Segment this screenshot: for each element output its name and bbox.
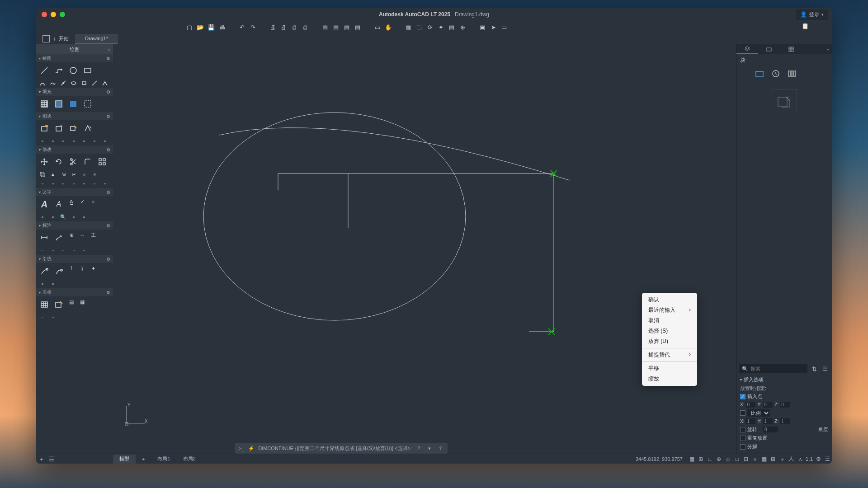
open-icon[interactable]: 📂 bbox=[196, 23, 204, 31]
txt-r3[interactable]: 🔍 bbox=[58, 213, 68, 221]
share-icon[interactable]: ⇪ bbox=[437, 446, 444, 451]
circle-tool[interactable] bbox=[66, 64, 80, 77]
layer-new-icon[interactable]: ▤ bbox=[321, 23, 329, 31]
block-sub5[interactable]: ▫ bbox=[79, 137, 89, 145]
status-annoauto-icon[interactable]: ⋏ bbox=[796, 456, 805, 462]
tab-add[interactable]: + bbox=[136, 455, 151, 464]
offset-tool[interactable]: ⟐ bbox=[79, 170, 89, 178]
dim-sub1[interactable]: ⊕ bbox=[66, 231, 76, 239]
status-grid-icon[interactable]: ▦ bbox=[687, 456, 696, 462]
rectangle-tool[interactable] bbox=[81, 64, 94, 77]
status-annoscale-icon[interactable]: 人 bbox=[787, 455, 796, 463]
mod-sub4[interactable]: ▫ bbox=[69, 179, 79, 188]
tb-sub1[interactable]: ▤ bbox=[66, 298, 76, 306]
new-icon[interactable]: ▢ bbox=[185, 23, 193, 31]
move-tool[interactable] bbox=[38, 155, 51, 169]
layer-edit-icon[interactable]: ▤ bbox=[354, 23, 362, 31]
checkbox-repeat[interactable] bbox=[740, 436, 745, 441]
distance-icon[interactable]: ▭ bbox=[373, 23, 382, 31]
tb-sub2[interactable]: ▦ bbox=[77, 298, 87, 306]
mod-sub2[interactable]: ▫ bbox=[48, 179, 58, 188]
status-anno-icon[interactable]: ⟐ bbox=[778, 456, 787, 462]
status-iso-icon[interactable]: ◇ bbox=[723, 456, 732, 462]
tb-r1[interactable]: ▫ bbox=[38, 313, 47, 321]
dim-r3[interactable]: ▫ bbox=[58, 246, 68, 254]
table-edit-tool[interactable] bbox=[52, 298, 66, 311]
boundary-tool[interactable] bbox=[66, 97, 80, 111]
section-draw-header[interactable]: 绘图⚙ bbox=[36, 54, 113, 62]
dim-r5[interactable]: ▫ bbox=[79, 246, 89, 254]
refresh-icon[interactable]: ⟳ bbox=[426, 23, 434, 31]
expand-icon[interactable]: » bbox=[824, 44, 832, 54]
gear-icon[interactable]: ⚙ bbox=[106, 223, 110, 228]
block-recent-icon[interactable] bbox=[771, 69, 781, 78]
block-sub7[interactable]: ▫ bbox=[100, 137, 110, 145]
checkbox-insertpt[interactable]: ✓ bbox=[740, 394, 745, 399]
window-icon[interactable]: ▭ bbox=[500, 23, 508, 31]
txt-r4[interactable]: ▫ bbox=[69, 213, 79, 221]
block-sub3[interactable]: ▫ bbox=[58, 137, 68, 145]
start-tab[interactable]: + 开始 bbox=[36, 35, 75, 42]
area-icon[interactable]: ⬚ bbox=[415, 23, 423, 31]
tab-layout1[interactable]: 布局1 bbox=[151, 455, 176, 464]
palette-title[interactable]: 绘图 bbox=[36, 44, 113, 54]
ctx-confirm[interactable]: 确认 bbox=[642, 295, 697, 305]
plot-icon[interactable]: 🖨 bbox=[269, 23, 277, 31]
minimize-icon[interactable] bbox=[51, 12, 56, 17]
list-tool-icon[interactable]: ☰ bbox=[49, 455, 55, 463]
z0[interactable]: 0 bbox=[780, 402, 790, 408]
hatch-tool[interactable] bbox=[38, 97, 51, 111]
gear-icon[interactable]: ⚙ bbox=[106, 114, 110, 119]
save-icon[interactable]: 💾 bbox=[207, 23, 215, 31]
rtab-grid[interactable] bbox=[780, 44, 802, 54]
x1[interactable]: 1 bbox=[745, 418, 755, 424]
xline-tool[interactable] bbox=[58, 79, 68, 87]
block-create-tool[interactable] bbox=[52, 122, 66, 135]
mod-sub6[interactable]: ▫ bbox=[90, 179, 99, 188]
mod-sub1[interactable]: ▫ bbox=[38, 179, 47, 188]
mod-sub7[interactable]: ▫ bbox=[100, 179, 110, 188]
block-library-icon[interactable] bbox=[787, 69, 797, 78]
globe-icon[interactable]: ⊕ bbox=[458, 23, 467, 31]
gear-icon[interactable]: ⚙ bbox=[106, 290, 110, 295]
section-block-header[interactable]: 图块⚙ bbox=[36, 112, 113, 120]
scale-select[interactable]: 比例 bbox=[747, 409, 770, 417]
close-icon[interactable] bbox=[42, 12, 47, 17]
block-insert-tool[interactable] bbox=[38, 122, 51, 135]
block-edit-tool[interactable] bbox=[66, 122, 80, 135]
login-button[interactable]: 👤 登录 bbox=[796, 9, 828, 20]
tab-model[interactable]: 模型 bbox=[113, 455, 136, 464]
stretch-tool[interactable]: ⇲ bbox=[58, 170, 68, 178]
block-sub4[interactable]: ▫ bbox=[69, 137, 79, 145]
ctx-snap-override[interactable]: 捕捉替代 bbox=[642, 350, 697, 360]
ld-sub3[interactable]: ✦ bbox=[88, 264, 98, 272]
undo-icon[interactable]: ↶ bbox=[238, 23, 246, 31]
section-leader-header[interactable]: 引线⚙ bbox=[36, 255, 113, 263]
dim-r4[interactable]: ▫ bbox=[69, 246, 79, 254]
text-sub3[interactable]: ⟐ bbox=[88, 197, 98, 206]
rotate-value[interactable]: 0 bbox=[763, 427, 778, 432]
tb-r2[interactable]: ▫ bbox=[48, 313, 58, 321]
txt-r5[interactable]: ▫ bbox=[79, 213, 89, 221]
line-tool[interactable] bbox=[38, 64, 51, 77]
dim-aligned-tool[interactable] bbox=[52, 231, 66, 244]
rtab-history[interactable] bbox=[802, 44, 824, 54]
tab-layout2[interactable]: 布局2 bbox=[177, 455, 202, 464]
list-icon[interactable]: ▤ bbox=[448, 23, 456, 31]
trim-tool[interactable] bbox=[66, 155, 80, 169]
block-attr-tool[interactable] bbox=[81, 122, 94, 135]
block-sub6[interactable]: ▫ bbox=[90, 137, 99, 145]
text-sub1[interactable]: A̲ bbox=[66, 197, 76, 206]
measure-icon[interactable]: ▦ bbox=[404, 23, 412, 31]
dim-sub2[interactable]: ↔ bbox=[77, 231, 87, 239]
status-scale-icon[interactable]: 1:1 bbox=[805, 456, 814, 462]
gear-icon[interactable]: ⚙ bbox=[106, 56, 110, 61]
y0[interactable]: 0 bbox=[763, 402, 773, 408]
notify-icon[interactable]: 📋 bbox=[801, 22, 809, 30]
rtab-files[interactable] bbox=[758, 44, 780, 54]
leader-tool[interactable] bbox=[38, 264, 51, 278]
dim-r2[interactable]: ▫ bbox=[48, 246, 58, 254]
dim-linear-tool[interactable] bbox=[38, 231, 51, 244]
mod-sub3[interactable]: ▫ bbox=[58, 179, 68, 188]
checkbox-explode[interactable] bbox=[740, 444, 745, 450]
